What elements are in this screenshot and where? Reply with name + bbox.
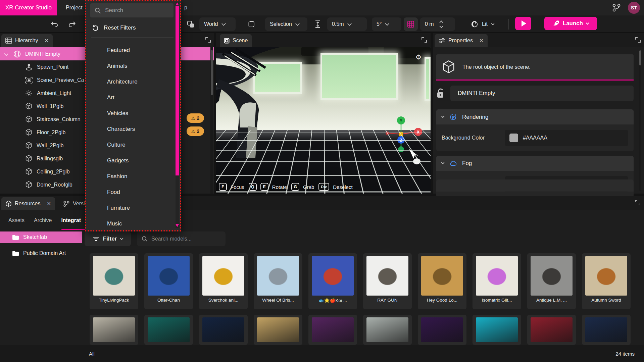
category-item[interactable]: Furniture: [86, 200, 174, 216]
pivot-select[interactable]: Selection: [265, 17, 307, 31]
warning-badge[interactable]: ⚠2: [187, 126, 204, 136]
category-item[interactable]: Music: [86, 216, 174, 231]
model-card[interactable]: 🐟⭐🍎Koi ...: [308, 253, 357, 309]
category-item[interactable]: Food: [86, 184, 174, 200]
filter-button[interactable]: Filter: [85, 231, 131, 246]
category-item[interactable]: Featured: [86, 42, 174, 58]
scroll-down-icon[interactable]: [176, 224, 179, 227]
category-item[interactable]: Gadgets: [86, 153, 174, 168]
subtab-integrat[interactable]: Integrat: [61, 217, 81, 227]
model-card[interactable]: [144, 315, 193, 345]
category-item[interactable]: Art: [86, 90, 174, 105]
background-color-field[interactable]: #AAAAAA: [505, 130, 628, 146]
properties-scrollbar[interactable]: [639, 50, 641, 191]
category-item[interactable]: Architecture: [86, 74, 174, 90]
tab-resources[interactable]: Resources ✕: [1, 197, 55, 210]
model-card[interactable]: TinyLivingPack: [90, 253, 138, 309]
play-button[interactable]: [515, 17, 531, 30]
model-card[interactable]: [363, 315, 412, 345]
version-branch-icon[interactable]: [612, 3, 621, 12]
model-card[interactable]: Sverchok ani...: [199, 253, 248, 309]
height-stepper[interactable]: 0 m: [420, 17, 455, 31]
transform-gizmo[interactable]: Y X Z: [383, 116, 426, 166]
subtab-assets[interactable]: Assets: [8, 217, 24, 227]
unlock-icon[interactable]: [436, 88, 445, 99]
model-search-input[interactable]: Search models...: [137, 231, 226, 246]
undo-button[interactable]: [50, 21, 58, 28]
folder-icon: [12, 235, 19, 240]
footer-filter-all[interactable]: All: [89, 351, 95, 357]
category-item[interactable]: Vehicles: [86, 105, 174, 121]
model-card[interactable]: [582, 315, 631, 345]
subtab-archive[interactable]: Archive: [34, 217, 52, 227]
snap-height-icon[interactable]: [315, 20, 321, 28]
close-icon[interactable]: ✕: [44, 38, 49, 44]
grid-snap-toggle[interactable]: [404, 17, 418, 31]
chevron-down-icon: [441, 161, 445, 164]
model-thumbnail: [202, 317, 244, 342]
space-select[interactable]: World: [199, 17, 236, 31]
category-item[interactable]: Characters: [86, 121, 174, 137]
model-card[interactable]: [308, 315, 357, 345]
reset-filters-button[interactable]: Reset Filters: [90, 20, 138, 36]
rotate-snap-select[interactable]: 5°: [372, 17, 401, 31]
chevron-down-icon: [221, 21, 226, 26]
category-item[interactable]: Animals: [86, 58, 174, 74]
model-card[interactable]: [254, 315, 302, 345]
folder-item[interactable]: Sketchfab: [0, 231, 82, 243]
model-card[interactable]: [473, 315, 521, 345]
stepper-arrows-icon[interactable]: [440, 21, 443, 28]
expand-panel-icon[interactable]: [635, 200, 640, 205]
tab-properties[interactable]: Properties ✕: [435, 34, 488, 47]
model-card[interactable]: Isomatrix Glit...: [473, 253, 521, 309]
dropdown-search-input[interactable]: Search: [90, 3, 174, 17]
hierarchy-scrollbar[interactable]: [210, 47, 213, 194]
model-card[interactable]: [527, 315, 576, 345]
tab-scene[interactable]: Scene: [220, 34, 252, 47]
app-brand[interactable]: XR Creator Studio: [0, 0, 57, 15]
model-card[interactable]: Autumn Sword: [582, 253, 631, 309]
search-icon: [142, 236, 148, 242]
close-icon[interactable]: ✕: [47, 201, 51, 207]
model-card[interactable]: RAY GUN: [363, 253, 412, 309]
shading-select[interactable]: Lit: [466, 17, 499, 31]
model-card[interactable]: [199, 315, 248, 345]
rendering-section-header[interactable]: Rendering: [436, 109, 634, 124]
model-card[interactable]: Wheel Of Bris...: [254, 253, 302, 309]
model-thumbnail: [531, 317, 573, 342]
viewport-settings-gear-icon[interactable]: ⚙: [415, 53, 422, 61]
model-card[interactable]: Antique L.M. ...: [527, 253, 576, 309]
chevron-down-icon: [347, 21, 352, 26]
filter-icon: [93, 236, 99, 242]
pivot-icon[interactable]: [247, 20, 255, 28]
launch-button[interactable]: Launch: [544, 17, 597, 30]
fog-section-header[interactable]: Fog: [436, 156, 634, 171]
folder-item[interactable]: Public Domain Art: [0, 248, 82, 259]
menu-item-project[interactable]: Project: [62, 0, 86, 15]
scroll-up-icon[interactable]: [176, 2, 179, 5]
search-icon: [95, 7, 101, 14]
tab-version[interactable]: Versi: [59, 197, 89, 210]
object-name-input[interactable]: DMINTI Empty: [450, 86, 634, 101]
redo-button[interactable]: [68, 21, 76, 28]
move-snap-select[interactable]: 0.5m: [327, 17, 367, 31]
expand-panel-icon[interactable]: [422, 37, 427, 43]
dropdown-scrollbar-thumb[interactable]: [176, 6, 179, 175]
close-icon[interactable]: ✕: [479, 38, 484, 44]
warning-badge[interactable]: ⚠2: [187, 113, 204, 123]
model-card[interactable]: [90, 315, 138, 345]
category-item[interactable]: Culture: [86, 137, 174, 153]
model-card[interactable]: Hey Good Lo...: [418, 253, 466, 309]
tab-hierarchy[interactable]: Hierarchy ✕: [1, 34, 53, 47]
model-card[interactable]: Otter-Chan: [144, 253, 193, 309]
menu-item-partial[interactable]: p: [184, 0, 187, 15]
avatar[interactable]: ST: [628, 2, 640, 14]
pivot-value: Selection: [270, 21, 292, 27]
expand-panel-icon[interactable]: [635, 37, 641, 43]
transform-space-icon[interactable]: [187, 20, 195, 28]
model-card[interactable]: [418, 315, 466, 345]
scene-viewport[interactable]: ⚙ Y X Z FFocu: [216, 47, 431, 194]
expand-panel-icon[interactable]: [205, 37, 211, 43]
category-item[interactable]: Fashion: [86, 168, 174, 184]
color-swatch[interactable]: [509, 134, 518, 142]
